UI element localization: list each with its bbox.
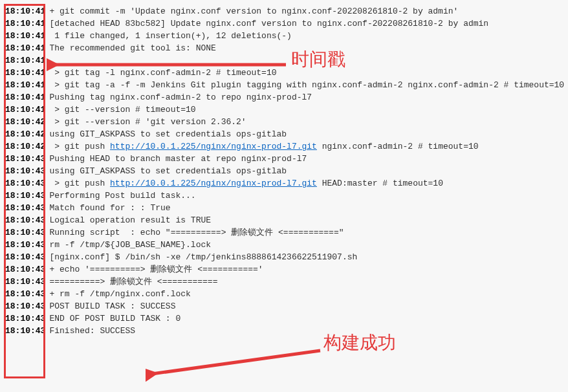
log-message: > git --version # timeout=10 — [49, 103, 195, 116]
log-message: using GIT_ASKPASS to set credentials ops… — [49, 128, 287, 140]
log-row: 18:10:42 > git push http://10.0.1.225/ng… — [5, 140, 563, 153]
log-message: The recommended git tool is: NONE — [49, 42, 215, 54]
repo-link[interactable]: http://10.0.1.225/nginx/nginx-prod-l7.gi… — [110, 179, 317, 188]
log-message: rm -f /tmp/${JOB_BASE_NAME}.lock — [49, 239, 211, 251]
log-row: 18:10:42 > git --version # 'git version … — [5, 116, 563, 128]
log-message: > git tag -l nginx.conf-admin-2 # timeou… — [49, 67, 276, 79]
log-row: 18:10:43+ rm -f /tmp/nginx.conf.lock — [5, 288, 563, 300]
log-row: 18:10:43END OF POST BUILD TASK : 0 — [5, 312, 563, 325]
log-message: POST BUILD TASK : SUCCESS — [49, 300, 175, 312]
log-message: Running script : echo "==========> 删除锁文件… — [49, 226, 344, 239]
log-message: using GIT_ASKPASS to set credentials ops… — [49, 165, 287, 177]
log-row: 18:10:41The recommended git tool is: NON… — [5, 42, 563, 54]
log-row: 18:10:41 > git --version # timeout=10 — [5, 103, 563, 116]
log-row: 18:10:43POST BUILD TASK : SUCCESS — [5, 300, 563, 312]
repo-link[interactable]: http://10.0.1.225/nginx/nginx-prod-l7.gi… — [110, 142, 317, 151]
log-message: END OF POST BUILD TASK : 0 — [49, 312, 180, 325]
log-row: 18:10:43Match found for : : True — [5, 202, 563, 214]
log-message: + rm -f /tmp/nginx.conf.lock — [49, 288, 190, 300]
log-row: 18:10:43Finished: SUCCESS — [5, 325, 563, 337]
log-message: > git --version # 'git version 2.36.2' — [49, 116, 246, 128]
log-row: 18:10:41 > git tag -a -f -m Jenkins Git … — [5, 79, 563, 91]
annotation-timestamp-label: 时间戳 — [291, 53, 345, 65]
log-message: [nginx.conf] $ /bin/sh -xe /tmp/jenkins8… — [49, 251, 357, 263]
log-row: 18:10:43+ echo '==========> 删除锁文件 <=====… — [5, 263, 563, 276]
log-row: 18:10:43Performing Post build task... — [5, 190, 563, 202]
log-row: 18:10:41 > git tag -l nginx.conf-admin-2… — [5, 67, 563, 79]
log-message: Logical operation result is TRUE — [49, 214, 211, 226]
log-row: 18:10:41 — [5, 54, 563, 67]
annotation-build-success-label: 构建成功 — [323, 336, 396, 349]
log-text: nginx.conf-admin-2 # timeout=10 — [317, 142, 479, 151]
log-row: 18:10:41[detached HEAD 83bc582] Update n… — [5, 17, 563, 30]
log-message: Pushing HEAD to branch master at repo ng… — [49, 153, 307, 165]
log-text: HEAD:master # timeout=10 — [317, 179, 443, 188]
annotation-timestamp-box — [4, 4, 45, 378]
log-row: 18:10:41 1 file changed, 1 insertion(+),… — [5, 30, 563, 42]
log-message: Pushing tag nginx.conf-admin-2 to repo n… — [49, 91, 312, 103]
log-text: > git push — [49, 142, 110, 151]
log-message: > git push http://10.0.1.225/nginx/nginx… — [49, 177, 443, 190]
log-message: Finished: SUCCESS — [49, 325, 135, 337]
log-row: 18:10:43 > git push http://10.0.1.225/ng… — [5, 177, 563, 190]
log-row: 18:10:41+ git commit -m 'Update nginx.co… — [5, 5, 563, 17]
log-message: > git tag -a -f -m Jenkins Git plugin ta… — [49, 79, 564, 91]
log-message: Performing Post build task... — [49, 190, 195, 202]
console-log: 18:10:41+ git commit -m 'Update nginx.co… — [5, 5, 563, 337]
log-row: 18:10:43Logical operation result is TRUE — [5, 214, 563, 226]
log-text: > git push — [49, 179, 110, 188]
log-message: + git commit -m 'Update nginx.conf versi… — [49, 5, 458, 17]
log-row: 18:10:43[nginx.conf] $ /bin/sh -xe /tmp/… — [5, 251, 563, 263]
log-message: Match found for : : True — [49, 202, 170, 214]
svg-line-1 — [152, 351, 320, 374]
log-row: 18:10:43Running script : echo "=========… — [5, 226, 563, 239]
log-row: 18:10:43Pushing HEAD to branch master at… — [5, 153, 563, 165]
annotation-build-success-arrow — [146, 343, 327, 382]
log-row: 18:10:41Pushing tag nginx.conf-admin-2 t… — [5, 91, 563, 103]
log-message: ==========> 删除锁文件 <=========== — [49, 276, 217, 288]
log-row: 18:10:43==========> 删除锁文件 <=========== — [5, 276, 563, 288]
log-message: 1 file changed, 1 insertion(+), 12 delet… — [49, 30, 291, 42]
log-message: + echo '==========> 删除锁文件 <===========' — [49, 263, 263, 276]
log-row: 18:10:43rm -f /tmp/${JOB_BASE_NAME}.lock — [5, 239, 563, 251]
log-row: 18:10:43using GIT_ASKPASS to set credent… — [5, 165, 563, 177]
log-message: [detached HEAD 83bc582] Update nginx.con… — [49, 17, 488, 30]
log-row: 18:10:42using GIT_ASKPASS to set credent… — [5, 128, 563, 140]
log-message: > git push http://10.0.1.225/nginx/nginx… — [49, 140, 478, 153]
